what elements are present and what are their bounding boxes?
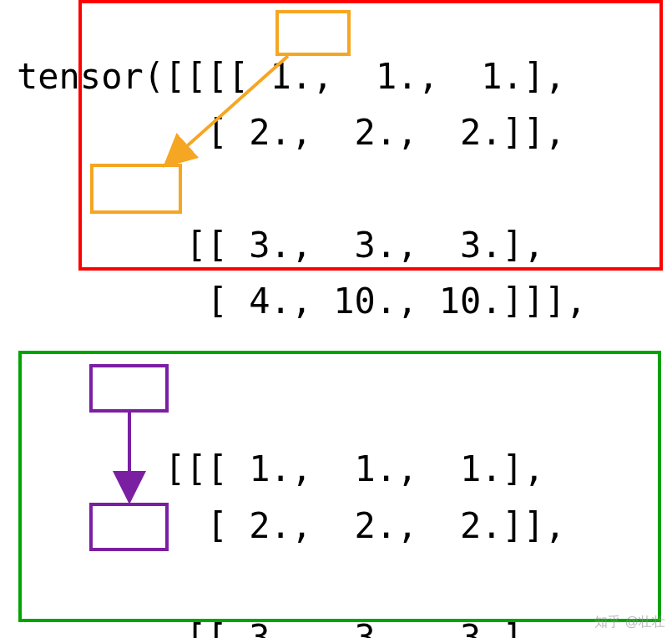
diagram-container: tensor([[[[ 1., 1., 1.], [ 2., 2., 2.]],… <box>0 0 672 638</box>
gold-highlight-bottom <box>90 164 182 214</box>
top-group-box <box>78 0 663 271</box>
purple-highlight-bottom <box>89 503 169 551</box>
b1-r5: [ 4., 10., 10.]]], <box>164 281 587 322</box>
purple-highlight-top <box>89 364 169 413</box>
gold-highlight-top <box>275 10 351 56</box>
watermark-text: 知乎 @壮壮 <box>594 614 665 631</box>
